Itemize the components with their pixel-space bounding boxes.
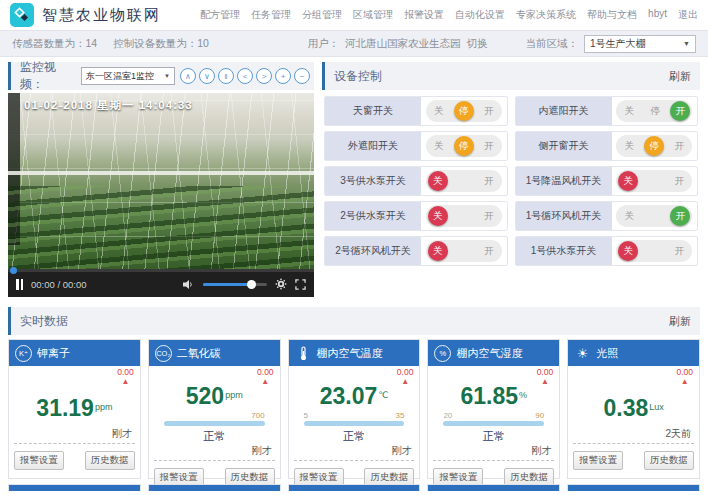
toggle-pump2[interactable]: 关 开 bbox=[426, 205, 502, 227]
device-panel-header: 设备控制 刷新 bbox=[322, 62, 700, 90]
history-data-button[interactable]: 历史数据 bbox=[85, 451, 135, 470]
updated-time: 刚才 bbox=[294, 444, 415, 461]
toggle-cooling-fan1[interactable]: 关 开 bbox=[616, 170, 692, 192]
device-row-side-window: 侧开窗开关 关 停 开 bbox=[515, 131, 699, 161]
sensor-unit: ppm bbox=[95, 402, 113, 412]
sensor-count-label: 传感器数量为：14 bbox=[12, 37, 97, 51]
nav-item-regions[interactable]: 区域管理 bbox=[353, 8, 393, 22]
app-logo-icon bbox=[10, 3, 34, 27]
top-navbar: 智慧农业物联网 配方管理 任务管理 分组管理 区域管理 报警设置 自动化设置 专… bbox=[0, 0, 708, 30]
video-progress-bar[interactable] bbox=[8, 269, 314, 272]
chevron-down-icon: ▼ bbox=[164, 73, 170, 79]
nav-item-help[interactable]: 帮助与文档 bbox=[587, 8, 637, 22]
sensor-card-air-temperature: 棚内空气温度 0.00 ▲ 23.07℃ 535 正常 刚才 报警设置 历史数据 bbox=[288, 339, 421, 479]
volume-icon[interactable] bbox=[183, 279, 195, 290]
greenhouse-video-frame: 01-02-2018 星期一 14:04:33 bbox=[8, 93, 314, 271]
toggle-circ-fan2[interactable]: 关 开 bbox=[426, 240, 502, 262]
card-title: 钾离子 bbox=[37, 346, 70, 361]
toggle-inner-shade[interactable]: 关 停 开 bbox=[616, 100, 692, 122]
toggle-skylight[interactable]: 关 停 开 bbox=[426, 100, 502, 122]
video-player[interactable]: 01-02-2018 星期一 14:04:33 00:00 / 00:00 bbox=[8, 93, 314, 297]
sensor-unit: Lux bbox=[649, 402, 664, 412]
user-name: 河北唐山国家农业生态园 bbox=[345, 37, 461, 51]
video-pause-icon[interactable] bbox=[16, 279, 23, 290]
video-panel-title: 监控视频： bbox=[20, 59, 76, 93]
sensor-unit: ℃ bbox=[378, 390, 388, 400]
sensor-value: 0.38 bbox=[603, 395, 648, 421]
switch-user-link[interactable]: 切换 bbox=[467, 37, 488, 51]
updated-time: 2天前 bbox=[573, 427, 694, 444]
humidity-icon: % bbox=[434, 345, 451, 362]
volume-slider[interactable] bbox=[203, 283, 267, 286]
device-grid: 天窗开关 关 停 开 内遮阳开关 关 停 开 外遮阳开关 关 bbox=[322, 90, 700, 266]
alarm-up-icon: ▲ bbox=[676, 377, 693, 386]
alarm-settings-button[interactable]: 报警设置 bbox=[573, 451, 623, 470]
pan-right-button[interactable]: > bbox=[256, 68, 272, 84]
device-refresh-link[interactable]: 刷新 bbox=[669, 69, 691, 84]
toggle-pump1[interactable]: 关 开 bbox=[616, 240, 692, 262]
realtime-panel-header: 实时数据 刷新 bbox=[8, 307, 700, 335]
updated-time: 刚才 bbox=[433, 444, 554, 461]
pan-down-button[interactable]: ∨ bbox=[199, 68, 215, 84]
nav-item-username[interactable]: hbyt bbox=[648, 8, 667, 22]
toggle-circ-fan1[interactable]: 关 开 bbox=[616, 205, 692, 227]
chevron-down-icon: ▼ bbox=[683, 40, 690, 47]
pan-left-button[interactable]: < bbox=[237, 68, 253, 84]
alarm-up-icon: ▲ bbox=[397, 377, 414, 386]
camera-controls: ∧ ∨ ‖ < > + − bbox=[180, 68, 310, 84]
thermometer-icon bbox=[295, 345, 312, 362]
alarm-threshold: 0.00 ▲ bbox=[537, 368, 554, 386]
device-row-pump1: 1号供水泵开关 关 开 bbox=[515, 236, 699, 266]
nav-item-logout[interactable]: 退出 bbox=[678, 8, 698, 22]
updated-time: 刚才 bbox=[14, 427, 135, 444]
realtime-panel-title: 实时数据 bbox=[20, 313, 68, 330]
region-selected-value: 1号生产大棚 bbox=[590, 37, 646, 51]
nav-item-automation[interactable]: 自动化设置 bbox=[455, 8, 505, 22]
app-title: 智慧农业物联网 bbox=[42, 6, 161, 25]
toggle-side-window[interactable]: 关 停 开 bbox=[616, 135, 692, 157]
status-badge: 正常 bbox=[433, 429, 554, 444]
history-data-button[interactable]: 历史数据 bbox=[644, 451, 694, 470]
user-label: 用户： bbox=[308, 37, 340, 51]
video-panel-header: 监控视频： 东一区温室1监控 ▼ ∧ ∨ ‖ < > + − bbox=[8, 62, 314, 90]
video-timestamp-overlay: 01-02-2018 星期一 14:04:33 bbox=[24, 98, 193, 113]
realtime-refresh-link[interactable]: 刷新 bbox=[669, 314, 691, 329]
zoom-out-button[interactable]: − bbox=[294, 68, 310, 84]
nav-item-tasks[interactable]: 任务管理 bbox=[251, 8, 291, 22]
video-time: 00:00 / 00:00 bbox=[31, 279, 86, 290]
nav-item-alarm-settings[interactable]: 报警设置 bbox=[404, 8, 444, 22]
fullscreen-icon[interactable] bbox=[295, 279, 306, 290]
pan-up-button[interactable]: ∧ bbox=[180, 68, 196, 84]
info-bar: 传感器数量为：14 控制设备数量为：10 用户： 河北唐山国家农业生态园 切换 … bbox=[0, 30, 708, 57]
alarm-up-icon: ▲ bbox=[117, 377, 134, 386]
device-row-pump3: 3号供水泵开关 关 开 bbox=[324, 166, 508, 196]
alarm-threshold: 0.00 ▲ bbox=[257, 368, 274, 386]
toggle-outer-shade[interactable]: 关 停 开 bbox=[426, 135, 502, 157]
toggle-pump3[interactable]: 关 开 bbox=[426, 170, 502, 192]
device-row-skylight: 天窗开关 关 停 开 bbox=[324, 96, 508, 126]
nav-item-groups[interactable]: 分组管理 bbox=[302, 8, 342, 22]
pause-button[interactable]: ‖ bbox=[218, 68, 234, 84]
k-plus-icon: K⁺ bbox=[15, 345, 32, 362]
device-row-outer-shade: 外遮阳开关 关 停 开 bbox=[324, 131, 508, 161]
camera-select[interactable]: 东一区温室1监控 ▼ bbox=[81, 67, 175, 85]
device-row-pump2: 2号供水泵开关 关 开 bbox=[324, 201, 508, 231]
device-row-cooling-fan1: 1号降温风机开关 关 开 bbox=[515, 166, 699, 196]
alarm-up-icon: ▲ bbox=[257, 377, 274, 386]
settings-gear-icon[interactable] bbox=[275, 278, 287, 290]
zoom-in-button[interactable]: + bbox=[275, 68, 291, 84]
alarm-up-icon: ▲ bbox=[537, 377, 554, 386]
region-label: 当前区域： bbox=[526, 37, 579, 51]
alarm-settings-button[interactable]: 报警设置 bbox=[14, 451, 64, 470]
sensor-unit: ppm bbox=[225, 390, 243, 400]
sensor-value: 31.19 bbox=[36, 395, 94, 421]
nav-item-expert-system[interactable]: 专家决策系统 bbox=[516, 8, 576, 22]
alarm-threshold: 0.00 ▲ bbox=[397, 368, 414, 386]
camera-selected-value: 东一区温室1监控 bbox=[86, 70, 154, 83]
nav-item-recipe[interactable]: 配方管理 bbox=[200, 8, 240, 22]
sensor-value: 61.85 bbox=[461, 383, 519, 409]
region-select[interactable]: 1号生产大棚 ▼ bbox=[584, 35, 696, 53]
device-row-circ-fan1: 1号循环风机开关 关 开 bbox=[515, 201, 699, 231]
card-title: 棚内空气温度 bbox=[317, 346, 383, 361]
sensor-unit: % bbox=[519, 390, 527, 400]
